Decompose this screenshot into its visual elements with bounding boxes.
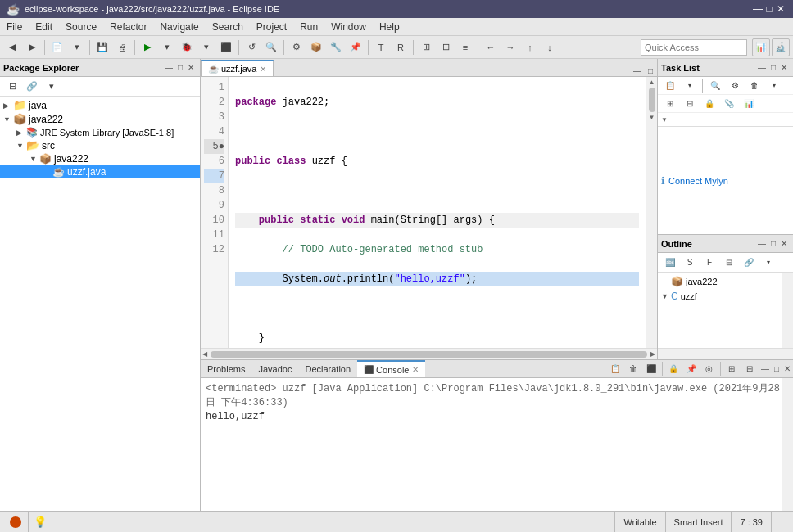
console-vscrollbar[interactable] <box>782 378 793 511</box>
toolbar-search-btn[interactable]: 🔍 <box>262 38 280 56</box>
toolbar-extra-btn2[interactable]: ⊟ <box>437 38 455 56</box>
console-btn1[interactable]: ⊞ <box>723 360 741 378</box>
toolbar-refresh-btn[interactable]: ↺ <box>242 38 261 56</box>
quick-access-input[interactable] <box>641 39 747 56</box>
tab-declaration[interactable]: Declaration <box>298 360 357 377</box>
editor-minimize-btn[interactable]: — <box>631 65 644 76</box>
collapse-all-btn[interactable]: ⊟ <box>3 78 21 96</box>
task-list-close-btn[interactable]: ✕ <box>778 62 790 73</box>
console-pin-btn[interactable]: 📌 <box>682 360 700 378</box>
code-area[interactable]: package java222; public class uzzf { pub… <box>229 77 646 348</box>
toolbar-open-res-btn[interactable]: R <box>392 38 410 56</box>
task-btn7[interactable]: 🔒 <box>700 95 718 113</box>
menu-run[interactable]: Run <box>293 20 324 34</box>
connect-mylyn-link[interactable]: Connect Mylyn <box>668 176 728 186</box>
outline-link-btn[interactable]: 🔗 <box>740 254 758 272</box>
outline-sort-btn[interactable]: 🔤 <box>661 254 679 272</box>
task-expand-row[interactable]: ▼ <box>658 113 793 126</box>
maximize-button[interactable]: □ <box>764 3 775 15</box>
task-btn5[interactable]: ⊞ <box>661 95 679 113</box>
task-btn6[interactable]: ⊟ <box>681 95 699 113</box>
outline-menu-btn[interactable]: ▾ <box>759 254 777 272</box>
console-btn2[interactable]: ⊟ <box>741 360 759 378</box>
menu-edit[interactable]: Edit <box>29 20 59 34</box>
toolbar-nav3[interactable]: ↑ <box>521 38 539 56</box>
package-explorer-maximize-btn[interactable]: □ <box>175 62 185 73</box>
minimize-button[interactable]: — <box>752 3 764 15</box>
console-stop-btn[interactable]: ⬛ <box>642 360 660 378</box>
toolbar-nav4[interactable]: ↓ <box>541 38 559 56</box>
task-btn3[interactable]: ⚙ <box>726 77 744 95</box>
tree-item-jre[interactable]: ▶ 📚 JRE System Library [JavaSE-1.8] <box>0 126 200 138</box>
console-scroll-lock-btn[interactable]: 🔒 <box>664 360 682 378</box>
outline-close-btn[interactable]: ✕ <box>778 238 790 249</box>
view-menu-btn[interactable]: ▾ <box>43 78 61 96</box>
link-editor-btn[interactable]: 🔗 <box>23 78 41 96</box>
tree-item-src[interactable]: ▼ 📂 src <box>0 138 200 152</box>
toolbar-forward-btn[interactable]: ▶ <box>23 38 41 56</box>
toolbar-nav2[interactable]: → <box>501 38 519 56</box>
tab-problems[interactable]: Problems <box>201 360 251 377</box>
task-list-maximize-btn[interactable]: □ <box>768 62 778 73</box>
console-close-btn[interactable]: ✕ <box>782 363 793 374</box>
perspective-btn1[interactable]: 📊 <box>752 38 770 56</box>
tree-item-java222[interactable]: ▼ 📦 java222 <box>0 112 200 126</box>
task-menu-btn[interactable]: ▾ <box>765 77 783 95</box>
menu-project[interactable]: Project <box>250 20 293 34</box>
outline-vscrollbar[interactable] <box>782 273 793 348</box>
tab-javadoc[interactable]: Javadoc <box>251 360 298 377</box>
editor-maximize-btn[interactable]: □ <box>646 65 655 76</box>
console-maximize-btn[interactable]: □ <box>772 363 782 374</box>
console-minimize-btn[interactable]: — <box>759 363 772 374</box>
tree-item-uzzf-java[interactable]: ☕ uzzf.java <box>0 165 200 178</box>
toolbar-open-type-btn[interactable]: T <box>372 38 390 56</box>
outline-hide-static-btn[interactable]: S <box>681 254 699 272</box>
task-btn2[interactable]: 🔍 <box>706 77 724 95</box>
outline-item-java222[interactable]: 📦 java222 <box>658 274 793 289</box>
toolbar-btn2[interactable]: 📦 <box>307 38 325 56</box>
console-tab-close[interactable]: ✕ <box>412 365 419 374</box>
task-btn9[interactable]: 📊 <box>740 95 758 113</box>
editor-hscroll[interactable]: ◀ ▶ <box>201 348 657 359</box>
menu-navigate[interactable]: Navigate <box>153 20 205 34</box>
console-clear-btn[interactable]: 🗑 <box>624 360 642 378</box>
toolbar-print-btn[interactable]: 🖨 <box>113 38 131 56</box>
console-select-btn[interactable]: ◎ <box>700 360 718 378</box>
menu-refactor[interactable]: Refactor <box>103 20 153 34</box>
outline-item-uzzf[interactable]: ▼ C uzzf <box>658 289 793 304</box>
menu-search[interactable]: Search <box>206 20 250 34</box>
tree-item-java[interactable]: ▶ 📁 java <box>0 98 200 112</box>
toolbar-btn1[interactable]: ⚙ <box>288 38 306 56</box>
outline-minimize-btn[interactable]: — <box>755 238 768 249</box>
package-explorer-minimize-btn[interactable]: — <box>162 62 175 73</box>
tree-item-java222-pkg[interactable]: ▼ 📦 java222 <box>0 152 200 165</box>
toolbar-run-btn[interactable]: ▶ <box>138 38 156 56</box>
toolbar-extra-btn3[interactable]: ≡ <box>456 38 474 56</box>
menu-window[interactable]: Window <box>324 20 373 34</box>
toolbar-debug-btn[interactable]: 🐞 <box>178 38 196 56</box>
task-list-minimize-btn[interactable]: — <box>755 62 768 73</box>
tab-close-icon[interactable]: ✕ <box>260 65 266 74</box>
editor-tab-uzzf[interactable]: ☕ uzzf.java ✕ <box>201 60 274 76</box>
menu-source[interactable]: Source <box>59 20 103 34</box>
toolbar-btn3[interactable]: 🔧 <box>327 38 345 56</box>
toolbar-stop-btn[interactable]: ⬛ <box>217 38 235 56</box>
close-button[interactable]: ✕ <box>775 3 786 15</box>
perspective-btn2[interactable]: 🔬 <box>772 38 790 56</box>
package-explorer-close-btn[interactable]: ✕ <box>185 62 197 73</box>
outline-maximize-btn[interactable]: □ <box>768 238 778 249</box>
toolbar-save-btn[interactable]: 💾 <box>93 38 111 56</box>
task-new-dropdown[interactable]: ▾ <box>681 77 699 95</box>
menu-file[interactable]: File <box>0 20 29 34</box>
outline-collapse-btn[interactable]: ⊟ <box>720 254 738 272</box>
console-new-btn[interactable]: 📋 <box>606 360 624 378</box>
outline-hscroll[interactable] <box>658 348 793 359</box>
task-btn4[interactable]: 🗑 <box>745 77 764 95</box>
toolbar-new-btn[interactable]: 📄 <box>48 38 66 56</box>
editor-vscrollbar[interactable]: ▲ ▼ <box>646 77 657 348</box>
toolbar-btn4[interactable]: 📌 <box>347 38 365 56</box>
task-new-btn[interactable]: 📋 <box>661 77 679 95</box>
task-btn8[interactable]: 📎 <box>720 95 738 113</box>
toolbar-new-dropdown[interactable]: ▾ <box>68 38 86 56</box>
tab-console[interactable]: ⬛Console ✕ <box>357 360 425 377</box>
